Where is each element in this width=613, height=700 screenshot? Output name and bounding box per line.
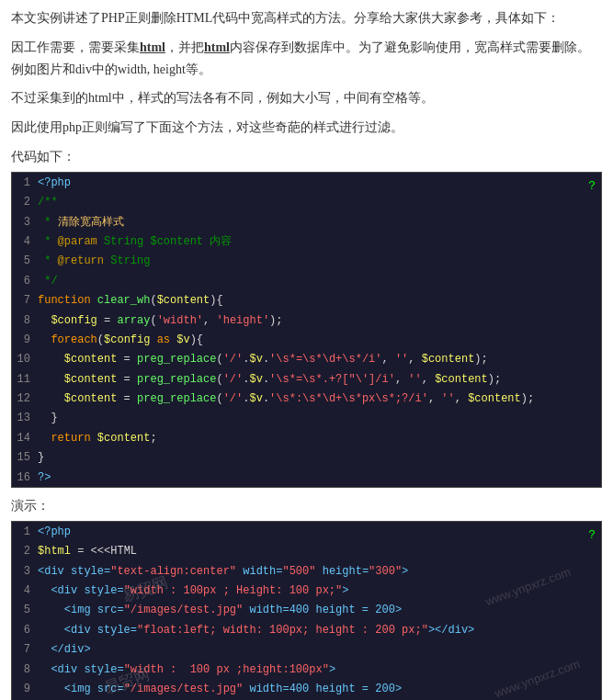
code-line: 9 <img src="/images/test.jpg" width=400 … <box>12 679 601 698</box>
intro-p1: 本文实例讲述了PHP正则删除HTML代码中宽高样式的方法。分享给大家供大家参考，… <box>11 7 602 29</box>
code-line: 16 ?> <box>12 468 601 487</box>
code-line: 2 /** <box>12 192 601 211</box>
code-line: 4 <div style="width : 100px ; Height: 10… <box>12 581 601 600</box>
code-block-2: ? 易贸网 www.ynpxrz.com 易贸网 www.ynpxrz.com … <box>11 521 602 700</box>
code-line: 12 $content = preg_replace('/'.$v.'\s*:\… <box>12 389 601 408</box>
intro-p4: 因此使用php正则编写了下面这个方法，对这些奇葩的样式进行过滤。 <box>11 117 602 139</box>
code-line: 6 */ <box>12 271 601 290</box>
code-block-1: ? 1 <?php 2 /** 3 * 清除宽高样式 4 * @param St… <box>11 172 602 488</box>
code-line: 4 * @param String $content 内容 <box>12 231 601 251</box>
code-line: 8 $config = array('width', 'height'); <box>12 310 601 330</box>
code-line: 1 <?php <box>12 173 601 192</box>
code-line: 1 <?php <box>12 522 601 541</box>
code-line: 13 } <box>12 408 601 427</box>
code-line: 7 </div> <box>12 639 601 659</box>
code-line: 9 foreach($config as $v){ <box>12 330 601 349</box>
help-icon-2[interactable]: ? <box>588 525 596 546</box>
code-line: 14 return $content; <box>12 428 601 447</box>
code-label: 代码如下： <box>11 146 602 168</box>
code-line: 5 <img src="/images/test.jpg" width=400 … <box>12 600 601 619</box>
intro-p2: 因工作需要，需要采集html，并把html内容保存到数据库中。为了避免影响使用，… <box>11 37 602 81</box>
help-icon-1[interactable]: ? <box>588 176 596 197</box>
code-line: 10 $content = preg_replace('/'.$v.'\s*=\… <box>12 349 601 368</box>
code-line: 3 <div style="text-align:center" width="… <box>12 561 601 581</box>
code-line: 8 <div style="width : 100 px ;height:100… <box>12 660 601 679</box>
code-line: 11 $content = preg_replace('/'.$v.'\s*=\… <box>12 369 601 389</box>
code-line: 7 function clear_wh($content){ <box>12 290 601 310</box>
code-line: 3 * 清除宽高样式 <box>12 212 601 231</box>
intro-p3: 不过采集到的html中，样式的写法各有不同，例如大小写，中间有空格等。 <box>11 87 602 109</box>
code-line: 2 $html = <<<HTML <box>12 541 601 560</box>
demo-label: 演示： <box>11 495 602 517</box>
code-line: 6 <div style="float:left; width: 100px; … <box>12 620 601 639</box>
code-line: 5 * @return String <box>12 251 601 270</box>
code-line: 15 } <box>12 447 601 467</box>
